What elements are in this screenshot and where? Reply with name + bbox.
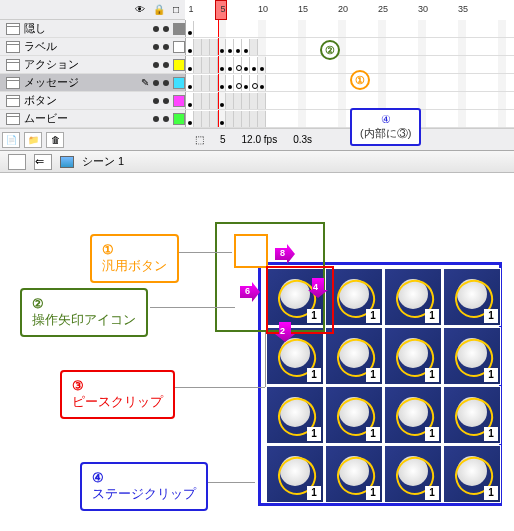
scene-bar: ⇐ シーン 1 <box>0 151 514 173</box>
layer-name: 隠し <box>24 21 149 36</box>
color-swatch[interactable] <box>173 41 185 53</box>
ruler-tick: 15 <box>293 0 313 18</box>
visibility-dot[interactable] <box>153 80 159 86</box>
piece-clip[interactable]: 1 <box>384 445 442 503</box>
callout-1: ①汎用ボタン <box>90 234 179 283</box>
layer-name: ムービー <box>24 111 149 126</box>
ruler-tick: 1 <box>181 0 201 18</box>
layer-row[interactable]: メッセージ✎ <box>0 74 514 92</box>
piece-clip[interactable]: 1 <box>266 386 324 444</box>
fps-display: 12.0 fps <box>242 134 278 145</box>
frames-track[interactable] <box>185 92 514 109</box>
visibility-dot[interactable] <box>153 44 159 50</box>
color-swatch[interactable] <box>173 95 185 107</box>
ruler-tick: 25 <box>373 0 393 18</box>
layer-row[interactable]: ラベル <box>0 38 514 56</box>
layer-icon <box>6 113 20 125</box>
lock-dot[interactable] <box>163 116 169 122</box>
ruler-tick: 5 <box>213 0 233 18</box>
scene-name[interactable]: シーン 1 <box>82 154 124 169</box>
layer-row[interactable]: アクション <box>0 56 514 74</box>
piece-clip[interactable]: 1 <box>384 327 442 385</box>
frames-track[interactable] <box>185 38 514 55</box>
piece-clip[interactable]: 1 <box>325 445 383 503</box>
delete-layer-button[interactable]: 🗑 <box>46 132 64 148</box>
piece-clip[interactable]: 1 <box>443 445 501 503</box>
layer-name: メッセージ <box>24 75 137 90</box>
color-swatch[interactable] <box>173 77 185 89</box>
lock-dot[interactable] <box>163 62 169 68</box>
timeline-panel: 👁 🔒 □ 1 5 10 15 20 25 30 35 隠し ラベル アクション <box>0 0 514 151</box>
scene-nav-button[interactable] <box>8 154 26 170</box>
ruler-tick: 10 <box>253 0 273 18</box>
lock-dot[interactable] <box>163 98 169 104</box>
visibility-dot[interactable] <box>153 62 159 68</box>
piece-clip[interactable]: 1 <box>443 268 501 326</box>
leader-line <box>150 307 235 308</box>
layer-icon <box>6 41 20 53</box>
stage-area[interactable]: 1 1 1 1 1 1 1 1 1 1 1 1 1 1 1 1 8 6 4 2 … <box>0 192 514 531</box>
layer-row[interactable]: ボタン <box>0 92 514 110</box>
visibility-dot[interactable] <box>153 116 159 122</box>
piece-clip[interactable]: 1 <box>266 327 324 385</box>
leader-line <box>265 332 266 387</box>
outline-icon[interactable]: □ <box>173 4 179 15</box>
ruler-tick: 30 <box>413 0 433 18</box>
piece-clip[interactable]: 1 <box>325 327 383 385</box>
timeline-footer: 📄 📁 🗑 ⬚ 5 12.0 fps 0.3s <box>0 128 514 150</box>
frame-ruler[interactable]: 1 5 10 15 20 25 30 35 <box>185 0 514 20</box>
layer-name: アクション <box>24 57 149 72</box>
layer-icon <box>6 77 20 89</box>
callout-2: ②操作矢印アイコン <box>20 288 148 337</box>
callout-3: ③ピースクリップ <box>60 370 175 419</box>
lock-icon[interactable]: 🔒 <box>153 4 165 15</box>
color-swatch[interactable] <box>173 59 185 71</box>
lock-dot[interactable] <box>163 80 169 86</box>
new-layer-button[interactable]: 📄 <box>2 132 20 148</box>
layer-name: ボタン <box>24 93 149 108</box>
piece-clip[interactable]: 1 <box>325 386 383 444</box>
leader-line <box>165 387 265 388</box>
layer-column-header: 👁 🔒 □ <box>0 0 185 19</box>
layer-icon <box>6 59 20 71</box>
current-frame: 5 <box>220 134 226 145</box>
lock-dot[interactable] <box>163 44 169 50</box>
piece-clip[interactable]: 1 <box>384 386 442 444</box>
ruler-tick: 20 <box>333 0 353 18</box>
button-frame <box>234 234 268 268</box>
frames-track[interactable] <box>185 20 514 37</box>
onion-skin-icon[interactable]: ⬚ <box>195 134 204 145</box>
scene-icon <box>60 156 74 168</box>
piece-clip[interactable]: 1 <box>443 386 501 444</box>
new-folder-button[interactable]: 📁 <box>24 132 42 148</box>
layer-row[interactable]: 隠し <box>0 20 514 38</box>
visibility-dot[interactable] <box>153 98 159 104</box>
piece-clip[interactable]: 1 <box>266 445 324 503</box>
annotation-4-marker: ④ (内部に③) <box>350 108 421 146</box>
piece-clip[interactable]: 1 <box>443 327 501 385</box>
pencil-icon: ✎ <box>141 77 149 88</box>
frames-track[interactable] <box>185 56 514 73</box>
timeline-header: 👁 🔒 □ 1 5 10 15 20 25 30 35 <box>0 0 514 20</box>
piece-clip[interactable]: 1 <box>384 268 442 326</box>
annotation-1-marker: ① <box>350 70 370 90</box>
layer-icon <box>6 23 20 35</box>
visibility-dot[interactable] <box>153 26 159 32</box>
eye-icon[interactable]: 👁 <box>135 4 145 15</box>
color-swatch[interactable] <box>173 113 185 125</box>
layer-name: ラベル <box>24 39 149 54</box>
piece-clip-frame <box>266 266 334 334</box>
callout-4: ④ステージクリップ <box>80 462 208 511</box>
layer-row[interactable]: ムービー <box>0 110 514 128</box>
lock-dot[interactable] <box>163 26 169 32</box>
layer-icon <box>6 95 20 107</box>
time-display: 0.3s <box>293 134 312 145</box>
ruler-tick: 35 <box>453 0 473 18</box>
annotation-2-marker: ② <box>320 40 340 60</box>
leader-line <box>172 252 232 253</box>
color-swatch[interactable] <box>173 23 185 35</box>
layer-list: 隠し ラベル アクション メッセージ✎ ボタン ムービー <box>0 20 514 128</box>
back-button[interactable]: ⇐ <box>34 154 52 170</box>
